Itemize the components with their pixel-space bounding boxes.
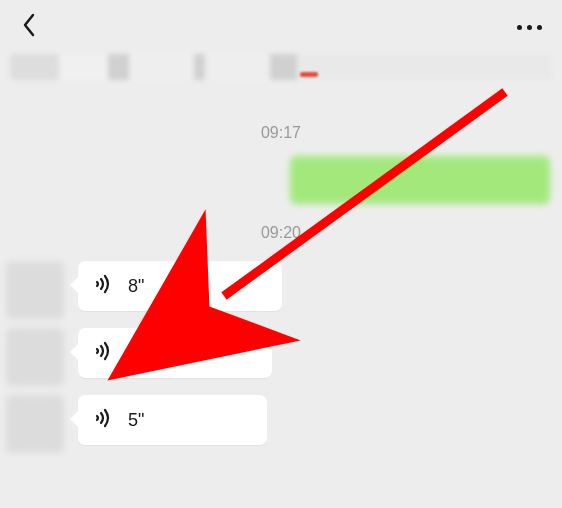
voice-duration: 5" xyxy=(128,410,144,431)
voice-message-bubble[interactable]: 8" xyxy=(78,261,282,311)
avatar[interactable] xyxy=(6,328,64,386)
message-row: 6" xyxy=(0,328,562,386)
ellipsis-icon xyxy=(517,25,522,30)
ellipsis-icon xyxy=(537,25,542,30)
outgoing-message-bubble[interactable] xyxy=(290,156,550,204)
more-button[interactable] xyxy=(511,19,548,36)
sound-wave-icon xyxy=(94,407,114,433)
incoming-group: 8" 6" 5" xyxy=(0,242,562,453)
voice-message-bubble[interactable]: 5" xyxy=(78,395,267,445)
message-row: 8" xyxy=(0,261,562,319)
avatar[interactable] xyxy=(6,261,64,319)
avatar[interactable] xyxy=(6,395,64,453)
outgoing-message-row xyxy=(0,142,562,204)
voice-duration: 8" xyxy=(128,276,144,297)
message-row: 5" xyxy=(0,395,562,453)
chevron-left-icon xyxy=(22,13,36,41)
timestamp: 09:17 xyxy=(0,124,562,142)
sound-wave-icon xyxy=(94,340,114,366)
back-button[interactable] xyxy=(14,12,44,42)
redacted-mark xyxy=(300,72,318,77)
redacted-header xyxy=(10,54,552,80)
voice-duration: 6" xyxy=(128,343,144,364)
ellipsis-icon xyxy=(527,25,532,30)
voice-message-bubble[interactable]: 6" xyxy=(78,328,272,378)
sound-wave-icon xyxy=(94,273,114,299)
timestamp: 09:20 xyxy=(0,224,562,242)
nav-bar xyxy=(0,0,562,54)
